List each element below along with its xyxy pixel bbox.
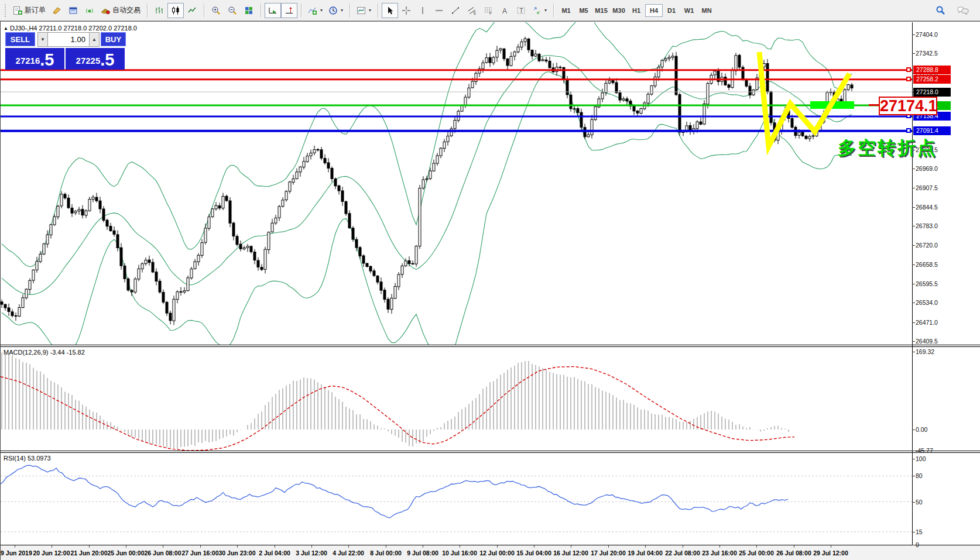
periods-button[interactable]: ▾ <box>325 3 346 18</box>
line-chart-icon <box>187 6 197 15</box>
indicators-button[interactable]: ▾ <box>305 3 325 18</box>
text-tool-button[interactable]: A <box>496 3 513 18</box>
symbol-expander-icon[interactable]: ▲ <box>4 26 8 31</box>
time-tick-mark <box>386 545 386 548</box>
bar-chart-button[interactable] <box>151 3 167 18</box>
level-line-anchor[interactable] <box>906 128 911 133</box>
time-tick-label: 22 Jul 08:00 <box>665 549 700 556</box>
one-click-trade-panel: SELL ▼ 1.00 ▲ BUY 27216 .5 27225 .5 <box>5 32 126 70</box>
sell-price-pips: .5 <box>40 51 54 68</box>
macd-pane: MACD(12,26,9) -3.44 -15.82 169.320.00-45… <box>1 347 980 451</box>
price-tick-mark <box>912 284 915 284</box>
sell-price-box[interactable]: 27216 .5 <box>5 48 64 70</box>
cursor-icon <box>385 6 395 15</box>
time-tick-label: 9 Jul 08:00 <box>407 549 438 556</box>
time-tick-mark <box>460 545 460 548</box>
text-label-tool-button[interactable]: T <box>513 3 529 18</box>
macd-tick-mark <box>912 430 915 430</box>
timeframe-m30[interactable]: M30 <box>610 4 628 17</box>
new-order-button[interactable]: 新订单 <box>10 3 49 18</box>
price-tag: 27258.2 <box>913 75 951 84</box>
price-tick-mark <box>912 226 915 226</box>
timeframe-m5[interactable]: M5 <box>575 4 592 17</box>
line-chart-button[interactable] <box>184 3 200 18</box>
volume-decrease-button[interactable]: ▼ <box>37 32 48 47</box>
buy-price-box[interactable]: 27225 .5 <box>66 48 125 70</box>
time-tick-mark <box>275 545 275 548</box>
sell-price-main: 27216 <box>16 53 40 68</box>
price-tick-mark <box>912 169 915 169</box>
toolbar: 新订单 自动交易 <box>0 0 980 21</box>
signals-button[interactable] <box>81 3 98 18</box>
data-window-button[interactable] <box>65 3 81 18</box>
horizontal-line-tool-button[interactable] <box>431 3 447 18</box>
zoom-out-button[interactable] <box>224 3 241 18</box>
fibonacci-tool-button[interactable]: F <box>480 3 496 18</box>
sell-button[interactable]: SELL <box>5 32 35 46</box>
timeframe-w1[interactable]: W1 <box>680 4 698 17</box>
rsi-tick-label: 80 <box>916 472 923 479</box>
chart-ohlc-values: 27211.0 27218.0 27202.0 27218.0 <box>39 25 137 32</box>
candlestick-chart-button[interactable] <box>167 3 184 18</box>
cursor-tool-button[interactable] <box>382 3 398 18</box>
timeframe-mn[interactable]: MN <box>698 4 715 17</box>
time-tick-label: 27 Jun 16:00 <box>181 549 218 556</box>
timeframe-m1[interactable]: M1 <box>557 4 575 17</box>
macd-canvas <box>1 347 912 451</box>
time-tick-mark <box>237 545 238 548</box>
rsi-pane: RSI(14) 53.0973 1008050150 <box>1 453 980 545</box>
dropdown-caret: ▾ <box>544 8 547 13</box>
time-axis[interactable]: 19 Jun 201920 Jun 12:0021 Jun 20:0025 Ju… <box>1 545 980 560</box>
time-tick-label: 19 Jul 04:00 <box>628 549 663 556</box>
svg-text:T: T <box>520 7 523 13</box>
auto-scroll-button[interactable] <box>265 3 281 18</box>
templates-button[interactable]: ▾ <box>354 3 374 18</box>
macd-tick-label: 169.32 <box>916 348 934 355</box>
time-tick-label: 21 Jun 20:00 <box>70 549 107 556</box>
market-watch-button[interactable] <box>49 3 65 18</box>
price-tick-label: 26969.0 <box>916 165 938 172</box>
time-tick-mark <box>645 545 646 548</box>
time-tick-mark <box>534 545 534 548</box>
chart-window: ▲ DJ30-,H4 27211.0 27218.0 27202.0 27218… <box>0 21 980 560</box>
price-callout-connector <box>869 104 879 106</box>
turning-point-note[interactable]: 多空转折点 <box>838 136 937 160</box>
chart-title: ▲ DJ30-,H4 27211.0 27218.0 27202.0 27218… <box>4 25 137 32</box>
channel-tool-button[interactable]: E <box>464 3 480 18</box>
trendline-tool-button[interactable] <box>447 3 464 18</box>
zoom-in-button[interactable] <box>208 3 224 18</box>
price-chart-canvas[interactable] <box>1 22 912 345</box>
price-tick-mark <box>912 188 915 188</box>
volume-input[interactable]: 1.00 <box>48 32 89 47</box>
price-tick-mark <box>912 207 915 208</box>
level-line-anchor[interactable] <box>906 77 911 81</box>
time-tick-label: 30 Jun 23:00 <box>218 549 255 556</box>
time-tick-mark <box>497 545 498 548</box>
dropdown-caret: ▾ <box>341 8 343 13</box>
volume-increase-button[interactable]: ▲ <box>89 32 100 47</box>
tile-windows-icon <box>244 6 253 15</box>
chart-shift-button[interactable] <box>281 3 297 18</box>
toolbar-separator <box>349 4 350 18</box>
clock-icon <box>328 6 338 15</box>
timeframe-h4[interactable]: H4 <box>645 4 663 17</box>
crosshair-tool-button[interactable] <box>398 3 414 18</box>
arrows-tool-button[interactable]: ▾ <box>529 3 550 18</box>
timeframe-d1[interactable]: D1 <box>663 4 680 17</box>
buy-price-pips: .5 <box>100 51 114 68</box>
price-tick-label: 26720.0 <box>916 242 938 249</box>
chat-button[interactable] <box>954 3 972 18</box>
time-tick-mark <box>126 545 126 548</box>
rsi-tick-label: 100 <box>916 455 926 462</box>
vertical-line-tool-button[interactable] <box>414 3 431 18</box>
price-level-callout[interactable]: 27174.1 <box>879 97 937 115</box>
level-line-anchor[interactable] <box>906 67 911 72</box>
tile-windows-button[interactable] <box>241 3 257 18</box>
buy-button[interactable]: BUY <box>101 32 126 46</box>
autotrading-button[interactable]: 自动交易 <box>98 3 143 18</box>
search-button[interactable] <box>932 3 948 18</box>
rsi-tick-label: 15 <box>916 528 923 535</box>
price-chart-pane[interactable]: ▲ DJ30-,H4 27211.0 27218.0 27202.0 27218… <box>1 22 980 345</box>
timeframe-m15[interactable]: M15 <box>592 4 610 17</box>
timeframe-h1[interactable]: H1 <box>628 4 645 17</box>
